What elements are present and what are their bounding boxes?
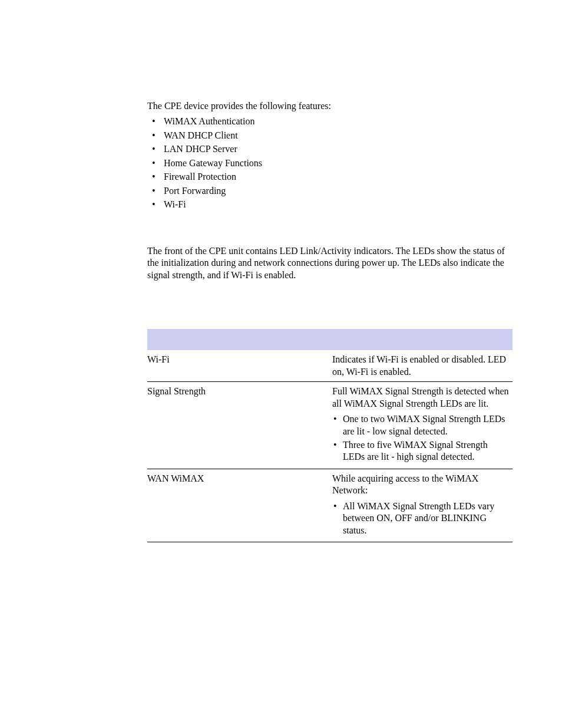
list-item: •Three to five WiMAX Signal Strength LED…	[332, 439, 510, 463]
led-desc-cell: Full WiMAX Signal Strength is detected w…	[332, 382, 513, 469]
features-intro: The CPE device provides the following fe…	[147, 100, 513, 112]
bullet-icon: •	[152, 185, 156, 197]
table-row: Wi-Fi Indicates if Wi-Fi is enabled or d…	[147, 350, 513, 381]
led-name-cell: Signal Strength	[147, 382, 332, 469]
feature-item: •Port Forwarding	[147, 185, 513, 197]
led-name-cell: WAN WiMAX	[147, 469, 332, 542]
feature-item-text: Wi-Fi	[164, 199, 186, 209]
feature-item: •Home Gateway Functions	[147, 157, 513, 169]
feature-item: •WiMAX Authentication	[147, 116, 513, 127]
bullet-icon: •	[152, 157, 156, 169]
feature-item: •LAN DHCP Server	[147, 143, 513, 155]
led-desc-para: While acquiring access to the WiMAX Netw…	[332, 473, 510, 497]
feature-item-text: WiMAX Authentication	[164, 116, 254, 126]
content-column: The CPE device provides the following fe…	[147, 100, 513, 542]
led-table: Wi-Fi Indicates if Wi-Fi is enabled or d…	[147, 329, 513, 542]
bullet-icon: •	[152, 143, 156, 155]
list-item: •One to two WiMAX Signal Strength LEDs a…	[332, 413, 510, 437]
feature-item: •WAN DHCP Client	[147, 130, 513, 141]
bullet-icon: •	[333, 413, 337, 425]
list-item-text: One to two WiMAX Signal Strength LEDs ar…	[343, 414, 505, 436]
list-item-text: Three to five WiMAX Signal Strength LEDs…	[343, 440, 488, 462]
front-description: The front of the CPE unit contains LED L…	[147, 245, 513, 281]
feature-item: •Wi-Fi	[147, 199, 513, 210]
table-row: WAN WiMAX While acquiring access to the …	[147, 469, 513, 542]
table-header-cell	[147, 329, 332, 350]
led-desc-para: Full WiMAX Signal Strength is detected w…	[332, 386, 510, 410]
bullet-icon: •	[152, 130, 156, 141]
led-desc-cell: While acquiring access to the WiMAX Netw…	[332, 469, 513, 542]
led-desc-cell: Indicates if Wi-Fi is enabled or disable…	[332, 350, 513, 381]
spacer	[147, 291, 513, 329]
list-item: •All WiMAX Signal Strength LEDs vary bet…	[332, 500, 510, 536]
led-desc-list: •One to two WiMAX Signal Strength LEDs a…	[332, 413, 510, 463]
bullet-icon: •	[152, 116, 156, 127]
feature-list: •WiMAX Authentication •WAN DHCP Client •…	[147, 116, 513, 210]
led-name-cell: Wi-Fi	[147, 350, 332, 381]
table-row: Signal Strength Full WiMAX Signal Streng…	[147, 382, 513, 469]
feature-item-text: Home Gateway Functions	[164, 158, 262, 168]
list-item-text: All WiMAX Signal Strength LEDs vary betw…	[343, 501, 494, 535]
feature-item: •Firewall Protection	[147, 171, 513, 183]
feature-item-text: Firewall Protection	[164, 172, 236, 182]
led-desc-para: Indicates if Wi-Fi is enabled or disable…	[332, 354, 510, 378]
bullet-icon: •	[333, 500, 337, 512]
bullet-icon: •	[152, 171, 156, 183]
page: The CPE device provides the following fe…	[0, 0, 562, 542]
led-desc-list: •All WiMAX Signal Strength LEDs vary bet…	[332, 500, 510, 536]
feature-item-text: LAN DHCP Server	[164, 144, 237, 154]
bullet-icon: •	[333, 439, 337, 451]
feature-item-text: WAN DHCP Client	[164, 130, 238, 140]
bullet-icon: •	[152, 199, 156, 210]
table-header-row	[147, 329, 513, 350]
spacer	[147, 213, 513, 245]
table-header-cell	[332, 329, 513, 350]
feature-item-text: Port Forwarding	[164, 186, 226, 196]
